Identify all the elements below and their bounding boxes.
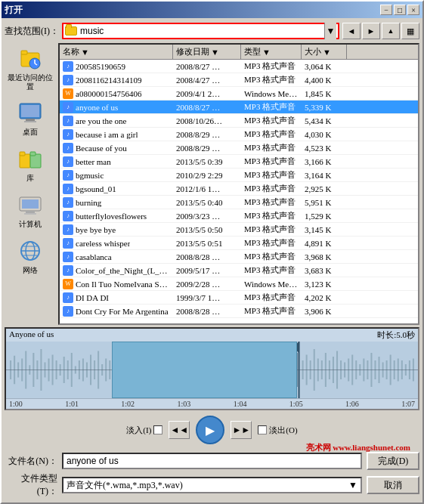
- recent-icon: [18, 47, 42, 71]
- svg-rect-9: [20, 154, 30, 168]
- cancel-button[interactable]: 取消: [367, 476, 419, 494]
- windows-icon: W: [63, 279, 73, 289]
- fade-in-checkbox[interactable]: [153, 425, 162, 434]
- content-area: 最近访问的位置 桌面: [5, 43, 419, 325]
- audio-icon: ♪: [63, 156, 73, 167]
- audio-icon: ♪: [63, 211, 73, 221]
- file-size-cell: 3,166 K: [302, 157, 347, 166]
- file-name-cell: ♪ Because of you: [60, 143, 173, 153]
- waveform-area[interactable]: [6, 342, 418, 398]
- file-type-cell: MP3 格式声音: [241, 115, 302, 126]
- file-date-cell: 2008/8/27 …: [173, 103, 241, 112]
- sidebar: 最近访问的位置 桌面: [5, 43, 56, 325]
- table-row[interactable]: ♪ casablanca 2008/8/28 … MP3 格式声音 3,968 …: [60, 250, 418, 264]
- file-size-cell: 2,925 K: [302, 184, 347, 193]
- table-row[interactable]: ♪ because i am a girl 2008/8/29 … MP3 格式…: [60, 128, 418, 141]
- audio-icon: ♪: [63, 306, 73, 317]
- maximize-button[interactable]: □: [394, 5, 406, 15]
- svg-rect-15: [26, 211, 35, 213]
- window-body: 查找范围(I)： ▼ ◄ ► ▲ ▦: [2, 18, 422, 502]
- file-name-cell: ♪ anyone of us: [60, 102, 173, 113]
- file-type-cell: MP3 格式声音: [241, 292, 302, 303]
- file-size-cell: 4,400 K: [302, 76, 347, 85]
- audio-icon: ♪: [63, 238, 73, 249]
- file-type-cell: MP3 格式声音: [241, 237, 302, 249]
- table-row[interactable]: ♪ burning 2013/5/5 0:40 MP3 格式声音 5,951 K: [60, 196, 418, 209]
- table-row[interactable]: ♪ bgsound_01 2012/1/6 1… MP3 格式声音 2,925 …: [60, 182, 418, 196]
- up-button[interactable]: ▲: [382, 23, 400, 39]
- table-row[interactable]: ♪ Color_of_the_Night_(L_Chri… 2009/5/17 …: [60, 264, 418, 277]
- filetype-row: 文件类型(T)： 声音文件(*.wma,*.mp3,*.wav) ▼ 取消: [5, 472, 419, 498]
- table-row[interactable]: ♪ better man 2013/5/5 0:39 MP3 格式声音 3,16…: [60, 155, 418, 169]
- file-size-cell: 3,968 K: [302, 252, 347, 261]
- file-date-cell: 2008/4/27 …: [173, 76, 241, 85]
- audio-icon: ♪: [63, 184, 73, 194]
- table-row[interactable]: ♪ bye bye bye 2013/5/5 0:50 MP3 格式声音 3,1…: [60, 223, 418, 237]
- file-size-cell: 3,683 K: [302, 266, 347, 275]
- col-header-name[interactable]: 名称 ▼: [60, 45, 173, 59]
- network-icon: [18, 239, 42, 263]
- table-row[interactable]: ♪ Dont Cry For Me Argentina 2008/8/28 … …: [60, 305, 418, 318]
- file-size-cell: 3,064 K: [302, 62, 347, 71]
- table-row[interactable]: W Con Il Tuo NomeIvana Spagna 2009/2/28 …: [60, 277, 418, 291]
- file-type-cell: MP3 格式声音: [241, 210, 302, 221]
- sidebar-item-recent[interactable]: 最近访问的位置: [5, 43, 56, 95]
- folder-icon: [65, 26, 77, 36]
- waveform-timebar: 1:00 1:01 1:02 1:03 1:04 1:05 1:06 1:07: [6, 398, 418, 409]
- address-bar: ▼: [62, 23, 339, 39]
- table-row[interactable]: ♪ 2008116214314109 2008/4/27 … MP3 格式声音 …: [60, 73, 418, 87]
- sidebar-item-desktop[interactable]: 桌面: [5, 97, 56, 141]
- col-header-size[interactable]: 大小 ▼: [302, 45, 347, 59]
- file-name-cell: ♪ are you the one: [60, 116, 173, 126]
- fast-forward-button[interactable]: ►►: [231, 421, 252, 439]
- waveform-selected-region[interactable]: [112, 342, 297, 398]
- audio-icon: ♪: [63, 252, 73, 262]
- audio-icon: ♪: [63, 61, 73, 72]
- bottom-section: 文件名(N)： 完成(D) 文件类型(T)： 声音文件(*.wma,*.mp3,…: [5, 452, 419, 499]
- file-date-cell: 2008/8/28 …: [173, 252, 241, 261]
- rewind-button[interactable]: ◄◄: [169, 421, 190, 439]
- file-date-cell: 2008/8/29 …: [173, 144, 241, 153]
- file-list-container[interactable]: 名称 ▼ 修改日期 ▼ 类型 ▼ 大小 ▼: [58, 43, 419, 325]
- table-row[interactable]: ♪ anyone of us 2008/8/27 … MP3 格式声音 5,33…: [60, 100, 418, 114]
- ok-button[interactable]: 完成(D): [367, 452, 419, 470]
- col-header-date[interactable]: 修改日期 ▼: [173, 45, 241, 59]
- audio-icon: ♪: [63, 170, 73, 181]
- audio-icon: ♪: [63, 292, 73, 303]
- forward-button[interactable]: ►: [362, 23, 380, 39]
- file-name-cell: ♪ Color_of_the_Night_(L_Chri…: [60, 265, 173, 276]
- table-row[interactable]: ♪ careless whisper 2013/5/5 0:51 MP3 格式声…: [60, 237, 418, 250]
- table-row[interactable]: ♪ bgmusic 2010/2/9 2:29 MP3 格式声音 3,164 K: [60, 169, 418, 182]
- file-name-cell: ♪ DI DA DI: [60, 292, 173, 303]
- audio-icon: ♪: [63, 116, 73, 126]
- sidebar-item-computer[interactable]: 计算机: [5, 189, 56, 233]
- table-row[interactable]: W a080000154756406 2009/4/1 2… Windows M…: [60, 87, 418, 100]
- col-header-type[interactable]: 类型 ▼: [241, 45, 302, 59]
- svg-rect-14: [22, 199, 39, 209]
- file-type-cell: MP3 格式声音: [241, 251, 302, 262]
- views-button[interactable]: ▦: [401, 23, 419, 39]
- file-date-cell: 2013/5/5 0:40: [173, 198, 241, 207]
- close-button[interactable]: ×: [407, 5, 419, 15]
- minimize-button[interactable]: −: [380, 5, 392, 15]
- file-date-cell: 2012/1/6 1…: [173, 184, 241, 193]
- table-row[interactable]: ♪ Because of you 2008/8/29 … MP3 格式声音 4,…: [60, 141, 418, 155]
- play-button[interactable]: ▶: [196, 416, 224, 444]
- file-size-cell: 3,145 K: [302, 225, 347, 234]
- file-date-cell: 2009/3/23 …: [173, 212, 241, 221]
- filetype-dropdown[interactable]: 声音文件(*.wma,*.mp3,*.wav) ▼: [62, 477, 362, 493]
- sidebar-item-network[interactable]: 网络: [5, 235, 56, 280]
- table-row[interactable]: ♪ 200585190659 2008/8/27 … MP3 格式声音 3,06…: [60, 60, 418, 73]
- address-input[interactable]: [80, 26, 321, 36]
- fade-out-checkbox[interactable]: [258, 425, 267, 434]
- back-button[interactable]: ◄: [342, 23, 361, 39]
- filename-input[interactable]: [62, 453, 362, 469]
- search-range-label: 查找范围(I)：: [5, 25, 59, 38]
- file-size-cell: 4,202 K: [302, 293, 347, 302]
- table-row[interactable]: ♪ DI DA DI 1999/3/7 1… MP3 格式声音 4,202 K: [60, 291, 418, 305]
- address-dropdown-button[interactable]: ▼: [324, 23, 336, 39]
- file-date-cell: 2008/8/29 …: [173, 130, 241, 139]
- table-row[interactable]: ♪ butterflylovesflowers 2009/3/23 … MP3 …: [60, 209, 418, 223]
- sidebar-item-library[interactable]: 库: [5, 143, 56, 187]
- table-row[interactable]: ♪ are you the one 2008/10/26… MP3 格式声音 5…: [60, 114, 418, 128]
